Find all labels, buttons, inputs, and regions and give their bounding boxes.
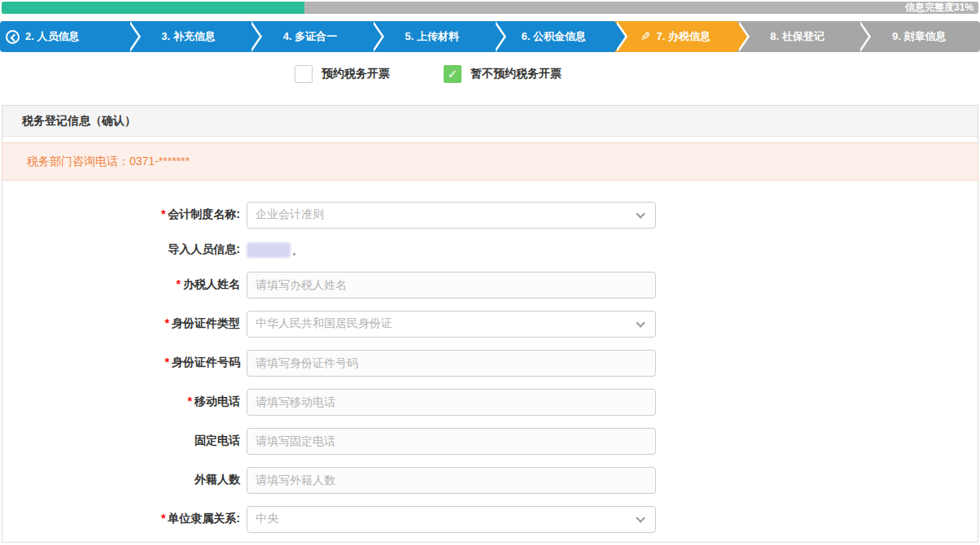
redacted-value (247, 242, 291, 258)
tax-agent-name-input[interactable] (247, 272, 656, 299)
option-label[interactable]: 暂不预约税务开票 (470, 67, 562, 81)
field-control (247, 389, 656, 416)
step-tab-multi-cert[interactable]: 4. 多证合一 (249, 21, 371, 52)
field-control (247, 467, 656, 494)
completeness-progress-fill (2, 2, 304, 14)
mobile-phone-input[interactable] (247, 389, 656, 416)
invoice-options: 预约税务开票✓暂不预约税务开票 (0, 64, 980, 84)
step-tab-label: 4. 多证合一 (283, 29, 337, 44)
field-label-text: 会计制度名称: (168, 207, 240, 220)
required-asterisk: * (177, 277, 181, 290)
field-label-foreigner-count: 外籍人数 (2, 473, 240, 487)
field-label-text: 身份证件类型 (172, 316, 240, 329)
step-tab-upload-materials[interactable]: 5. 上传材料 (371, 21, 493, 52)
step-tab-label: 3. 补充信息 (161, 29, 215, 44)
field-label-imported-personnel: 导入人员信息: (2, 242, 240, 257)
field-label-text: 移动电话 (195, 395, 240, 408)
tax-hotline-notice: 税务部门咨询电话：0371-******* (2, 142, 978, 181)
field-label-text: 外籍人数 (195, 473, 240, 486)
field-label-text: 身份证件号码 (172, 355, 240, 368)
back-icon[interactable] (6, 30, 20, 44)
step-tab-label: 8. 社保登记 (770, 29, 824, 44)
chevron-down-icon (636, 209, 645, 218)
option-reserve-tax-invoice[interactable]: 预约税务开票 (295, 65, 390, 83)
step-tab-personnel-info[interactable]: 2. 人员信息 (0, 21, 128, 52)
option-label[interactable]: 预约税务开票 (322, 67, 390, 81)
field-control: 中华人民共和国居民身份证 (247, 311, 656, 338)
form-row-id-number: *身份证件号码 (2, 343, 978, 382)
form-row-foreigner-count: 外籍人数 (2, 460, 978, 499)
step-tab-tax-info[interactable]: ✎7. 办税信息 (615, 21, 737, 52)
field-control (247, 242, 295, 258)
required-asterisk: * (165, 316, 169, 329)
form-row-tax-agent-name: *办税人姓名 (2, 265, 978, 304)
accounting-system-select[interactable]: 企业会计准则 (247, 202, 656, 229)
landline-phone-input[interactable] (247, 428, 656, 455)
chevron-down-icon (636, 513, 645, 522)
field-label-tax-agent-name: *办税人姓名 (2, 277, 240, 292)
unit-affiliation-select[interactable]: 中央 (247, 506, 656, 533)
checked-checkbox[interactable]: ✓ (444, 65, 462, 83)
form-row-imported-personnel: 导入人员信息: (2, 234, 978, 265)
tax-registration-form: *会计制度名称:企业会计准则导入人员信息:*办税人姓名*身份证件类型中华人民共和… (2, 181, 978, 542)
field-control (247, 428, 656, 455)
chevron-down-icon (636, 318, 645, 327)
form-row-mobile-phone: *移动电话 (2, 382, 978, 421)
redacted-dot (293, 253, 295, 255)
required-asterisk: * (161, 207, 165, 220)
option-no-reserve-tax-invoice[interactable]: ✓暂不预约税务开票 (444, 65, 562, 83)
form-row-accounting-system: *会计制度名称:企业会计准则 (2, 195, 978, 234)
step-tab-label: 5. 上传材料 (405, 29, 458, 44)
required-asterisk: * (188, 395, 192, 408)
field-control: 企业会计准则 (247, 202, 656, 229)
step-tab-seal-info[interactable]: 9. 刻章信息 (858, 21, 980, 52)
select-value: 中华人民共和国居民身份证 (256, 316, 392, 331)
form-row-landline-phone: 固定电话 (2, 421, 978, 460)
field-control (247, 350, 656, 377)
required-asterisk: * (161, 512, 165, 525)
select-value: 中央 (256, 512, 278, 526)
select-value: 企业会计准则 (256, 207, 324, 222)
required-asterisk: * (165, 355, 169, 368)
step-tab-social-security[interactable]: 8. 社保登记 (737, 21, 859, 52)
step-tab-label: 2. 人员信息 (25, 29, 79, 44)
panel-title: 税务登记信息（确认） (2, 106, 978, 137)
form-row-id-type: *身份证件类型中华人民共和国居民身份证 (2, 304, 978, 343)
tax-registration-panel: 税务登记信息（确认） 税务部门咨询电话：0371-******* *会计制度名称… (2, 105, 978, 543)
field-control (247, 272, 656, 299)
field-label-id-type: *身份证件类型 (2, 316, 240, 331)
unchecked-checkbox[interactable] (295, 65, 313, 83)
field-label-text: 导入人员信息: (168, 242, 240, 255)
field-label-text: 办税人姓名 (183, 277, 240, 290)
field-label-accounting-system: *会计制度名称: (2, 207, 240, 222)
field-label-id-number: *身份证件号码 (2, 355, 240, 370)
field-label-text: 单位隶属关系: (168, 512, 240, 525)
foreigner-count-input[interactable] (247, 467, 656, 494)
field-control: 中央 (247, 506, 656, 533)
step-tab-label: 7. 办税信息 (656, 29, 710, 44)
completeness-progress-label: 信息完整度31% (905, 2, 973, 14)
field-label-unit-affiliation: *单位隶属关系: (2, 512, 240, 526)
form-row-unit-affiliation: *单位隶属关系:中央 (2, 499, 978, 538)
id-number-input[interactable] (247, 350, 656, 377)
step-tab-label: 6. 公积金信息 (522, 29, 586, 44)
step-tab-label: 9. 刻章信息 (892, 29, 946, 44)
completeness-progress-bar: 信息完整度31% (2, 2, 978, 14)
field-label-mobile-phone: *移动电话 (2, 395, 240, 409)
step-tab-housing-fund[interactable]: 6. 公积金信息 (493, 21, 615, 52)
field-label-landline-phone: 固定电话 (2, 434, 240, 448)
edit-pencil-icon: ✎ (641, 29, 651, 44)
check-icon: ✓ (448, 67, 458, 81)
step-tabs: 2. 人员信息3. 补充信息4. 多证合一5. 上传材料6. 公积金信息✎7. … (0, 21, 980, 52)
field-label-text: 固定电话 (195, 434, 240, 447)
id-type-select[interactable]: 中华人民共和国居民身份证 (247, 311, 656, 338)
step-tab-supplement-info[interactable]: 3. 补充信息 (128, 21, 250, 52)
